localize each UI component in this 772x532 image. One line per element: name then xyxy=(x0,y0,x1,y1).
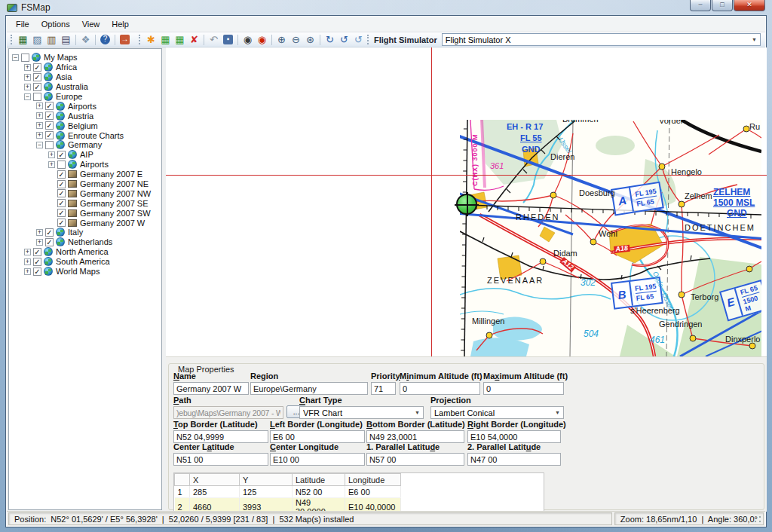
tree-item-germany-2007-se[interactable]: +✓Germany 2007 SE xyxy=(9,198,161,208)
collapse-icon[interactable]: − xyxy=(12,54,19,61)
exit-button[interactable]: → xyxy=(118,33,132,47)
name-input[interactable] xyxy=(173,382,249,395)
tree-checkbox[interactable]: ✓ xyxy=(45,238,54,246)
center-longitude-input[interactable] xyxy=(270,453,365,466)
delete-map-button[interactable]: ✘ xyxy=(187,33,201,47)
tree-item-germany-2007-nw[interactable]: +✓Germany 2007 NW xyxy=(9,188,161,198)
calibration-table[interactable]: XYLatitudeLongitude1285125N52 00E6 00246… xyxy=(174,473,401,515)
tree-item-airports[interactable]: +✓Airports xyxy=(9,101,161,111)
right-border-input[interactable] xyxy=(467,430,561,443)
tree-item-germany-2007-sw[interactable]: +✓Germany 2007 SW xyxy=(9,208,161,218)
tree-item-germany-2007-w[interactable]: +✓Germany 2007 W xyxy=(9,218,161,228)
map-properties-button[interactable]: ▨ xyxy=(30,33,44,47)
expand-icon[interactable]: + xyxy=(24,249,31,255)
expand-icon[interactable]: + xyxy=(24,258,31,265)
chart-type-select[interactable]: VFR Chart ▼ xyxy=(299,406,424,419)
new-map-button[interactable]: ✱ xyxy=(144,33,158,47)
table-header-latitude[interactable]: Latitude xyxy=(293,474,345,486)
tree-checkbox[interactable]: ✓ xyxy=(45,102,54,110)
bottom-border-input[interactable] xyxy=(366,430,464,443)
menu-view[interactable]: View xyxy=(76,17,106,31)
toolbar-grip[interactable] xyxy=(367,35,369,44)
table-header-y[interactable]: Y xyxy=(240,474,293,486)
parallel-1-input[interactable] xyxy=(366,453,464,466)
expand-icon[interactable]: + xyxy=(36,102,43,109)
tree-item-belgium[interactable]: +✓Belgium xyxy=(9,121,161,130)
add-map-button[interactable]: ▦ xyxy=(158,33,173,47)
max-altitude-input[interactable] xyxy=(483,382,564,395)
center-latitude-input[interactable] xyxy=(173,453,268,466)
tree-checkbox[interactable]: ✓ xyxy=(33,63,41,72)
expand-icon[interactable]: + xyxy=(36,229,43,236)
tree-item-south-america[interactable]: +✓South America xyxy=(9,257,161,267)
help-button[interactable]: ? xyxy=(98,33,112,47)
expand-icon[interactable]: + xyxy=(24,268,31,275)
table-header-longitude[interactable]: Longitude xyxy=(345,474,401,486)
maximize-button[interactable]: □ xyxy=(712,0,733,11)
toolbar-grip[interactable] xyxy=(139,35,141,44)
table-row[interactable]: 1285125N52 00E6 00 xyxy=(175,486,401,498)
save-button[interactable]: ▪ xyxy=(221,33,235,47)
tree-item-aip[interactable]: +✓AIP xyxy=(9,150,161,160)
rotate-cw-button[interactable]: ↻ xyxy=(323,33,337,47)
toolbar-grip[interactable] xyxy=(11,35,13,44)
top-border-input[interactable] xyxy=(173,430,268,443)
region-input[interactable] xyxy=(250,382,368,395)
tree-item-australia[interactable]: +✓Australia xyxy=(9,82,161,92)
tree-item-austria[interactable]: +✓Austria xyxy=(9,111,161,121)
tree-checkbox[interactable]: ✓ xyxy=(57,180,66,188)
left-border-input[interactable] xyxy=(270,430,365,443)
zoom-fit-button[interactable]: ⊛ xyxy=(303,33,317,47)
map-library-button[interactable]: ▥ xyxy=(44,33,59,47)
expand-icon[interactable]: + xyxy=(48,161,55,168)
expand-icon[interactable]: + xyxy=(36,239,43,246)
tree-checkbox[interactable]: ✓ xyxy=(45,228,54,237)
tree-checkbox[interactable] xyxy=(21,54,29,62)
tree-checkbox[interactable]: ✓ xyxy=(33,83,41,91)
flight-simulator-select[interactable]: Flight Simulator X ▼ xyxy=(442,33,761,46)
tree-item-netherlands[interactable]: +✓Netherlands xyxy=(9,237,161,247)
tree-item-enroute-charts[interactable]: +✓Enroute Charts xyxy=(9,130,161,140)
tree-checkbox[interactable]: ✓ xyxy=(33,73,41,81)
tree-item-my-maps[interactable]: −My Maps xyxy=(9,53,161,63)
parallel-2-input[interactable] xyxy=(467,453,561,466)
tree-checkbox[interactable]: ✓ xyxy=(57,219,66,227)
tree-checkbox[interactable]: ✓ xyxy=(45,121,54,130)
calibration-point-2-button[interactable]: ◉ xyxy=(255,33,269,47)
tree-item-asia[interactable]: +✓Asia xyxy=(9,72,161,82)
rotate-ccw-button[interactable]: ↺ xyxy=(337,33,351,47)
tree-checkbox[interactable]: ✓ xyxy=(33,268,41,276)
map-display-button[interactable]: ▦ xyxy=(16,33,30,47)
expand-icon[interactable]: + xyxy=(48,151,55,158)
tree-checkbox[interactable]: ✓ xyxy=(57,189,66,197)
collapse-icon[interactable]: − xyxy=(36,142,43,148)
path-input[interactable] xyxy=(173,406,283,419)
tree-item-germany[interactable]: −Germany xyxy=(9,140,161,150)
tree-checkbox[interactable]: ✓ xyxy=(57,199,66,207)
tree-item-germany-2007-ne[interactable]: +✓Germany 2007 NE xyxy=(9,179,161,189)
tree-item-world-maps[interactable]: +✓World Maps xyxy=(9,267,161,277)
tree-checkbox[interactable]: ✓ xyxy=(57,170,66,179)
rotate-reset-button[interactable]: ↺ xyxy=(351,33,366,47)
projection-select[interactable]: Lambert Conical ▼ xyxy=(430,406,564,419)
expand-icon[interactable]: + xyxy=(24,74,31,81)
menu-options[interactable]: Options xyxy=(35,17,76,31)
resize-grip-icon[interactable] xyxy=(753,515,762,524)
zoom-out-button[interactable]: ⊖ xyxy=(289,33,303,47)
components-button[interactable]: ❖ xyxy=(78,33,93,47)
undo-button[interactable]: ↶ xyxy=(207,33,221,47)
expand-icon[interactable]: + xyxy=(24,84,31,90)
tree-checkbox[interactable]: ✓ xyxy=(33,248,41,256)
map-canvas[interactable]: AFL 195FL 65BFL 195FL 65EFL 651500 M Bru… xyxy=(166,47,767,356)
tree-item-italy[interactable]: +✓Italy xyxy=(9,228,161,237)
minimize-button[interactable]: – xyxy=(690,0,711,11)
table-header-row-num[interactable] xyxy=(175,474,190,486)
expand-icon[interactable]: + xyxy=(24,64,31,71)
tree-checkbox[interactable]: ✓ xyxy=(57,209,66,217)
calibration-point-1-button[interactable]: ◉ xyxy=(240,33,255,47)
expand-icon[interactable]: + xyxy=(36,122,43,129)
import-map-button[interactable]: ▦ xyxy=(173,33,187,47)
priority-input[interactable] xyxy=(371,382,396,395)
tree-checkbox[interactable] xyxy=(57,161,66,169)
tree-item-europe[interactable]: −Europe xyxy=(9,92,161,102)
